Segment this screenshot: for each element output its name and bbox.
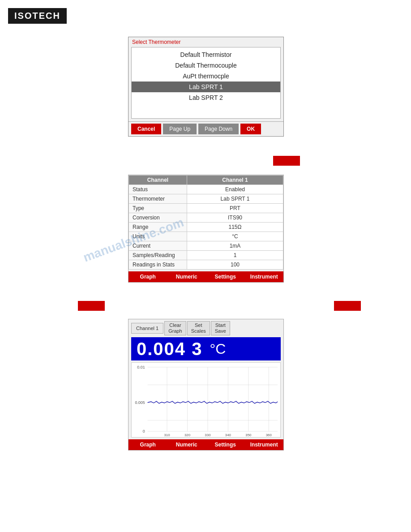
svg-text:360: 360 [266, 433, 272, 437]
table-row: Samples/Reading 1 [129, 251, 283, 260]
graph-toolbar: Channel 1 Clear Graph Set Scales Start S… [128, 319, 283, 337]
table-row: Type PRT [129, 204, 283, 213]
list-item[interactable]: Lab SPRT 2 [132, 92, 280, 103]
list-item[interactable]: Default Thermocouple [132, 60, 280, 71]
panel2-tab-bar: Graph Numeric Settings Instrument [128, 270, 283, 282]
svg-text:330: 330 [205, 433, 211, 437]
select-thermometer-dialog: Select Thermometer Default Thermistor De… [128, 37, 284, 137]
graph-panel: Channel 1 Clear Graph Set Scales Start S… [128, 319, 284, 450]
start-save-button[interactable]: Start Save [211, 321, 230, 335]
svg-text:340: 340 [225, 433, 231, 437]
reading-unit: °C [210, 341, 226, 357]
table-row: Conversion ITS90 [129, 213, 283, 223]
row-value: 1 [187, 251, 283, 260]
page-down-button[interactable]: Page Down [198, 124, 239, 134]
indicator-box-3 [334, 301, 361, 311]
row-label: Conversion [129, 213, 187, 223]
logo-text: ISOTECH [14, 11, 60, 21]
cancel-button[interactable]: Cancel [131, 124, 161, 134]
clear-graph-button[interactable]: Clear Graph [164, 321, 186, 335]
table-row: Channel Channel 1 [129, 176, 283, 185]
tab-graph[interactable]: Graph [128, 271, 167, 282]
graph-svg: 0.01 0.005 0 310 320 330 340 350 360 [132, 363, 280, 437]
graph-area: 0.01 0.005 0 310 320 330 340 350 360 [131, 362, 281, 438]
tab-numeric[interactable]: Numeric [167, 271, 206, 282]
row-label: Range [129, 223, 187, 232]
svg-text:0.005: 0.005 [135, 400, 145, 405]
list-item-selected[interactable]: Lab SPRT 1 [132, 82, 280, 92]
tab-settings-p3[interactable]: Settings [206, 439, 245, 450]
ok-button[interactable]: OK [240, 124, 261, 134]
row-value: Enabled [187, 185, 283, 194]
dialog-buttons: Cancel Page Up Page Down OK [128, 121, 283, 136]
row-value: 1mA [187, 241, 283, 251]
row-value: °C [187, 232, 283, 241]
page-up-button[interactable]: Page Up [163, 124, 197, 134]
channel1-button[interactable]: Channel 1 [131, 323, 163, 334]
svg-text:350: 350 [245, 433, 252, 437]
svg-text:320: 320 [184, 433, 191, 437]
svg-text:0.01: 0.01 [137, 365, 145, 369]
table-row: Units °C [129, 232, 283, 241]
table-row: Readings in Stats 100 [129, 260, 283, 270]
tab-numeric-p3[interactable]: Numeric [167, 439, 206, 450]
tab-instrument[interactable]: Instrument [245, 271, 284, 282]
dialog-title: Select Thermometer [128, 37, 283, 46]
row-label: Status [129, 185, 187, 194]
svg-text:0: 0 [143, 429, 145, 433]
row-label: Readings in Stats [129, 260, 187, 270]
row-label: Samples/Reading [129, 251, 187, 260]
panel3-tab-bar: Graph Numeric Settings Instrument [128, 438, 283, 450]
row-value: 115Ω [187, 223, 283, 232]
table-cell: Channel [129, 176, 187, 185]
table-cell: Channel 1 [187, 176, 283, 185]
tab-settings[interactable]: Settings [206, 271, 245, 282]
table-row: Current 1mA [129, 241, 283, 251]
table-row: Range 115Ω [129, 223, 283, 232]
reading-value: 0.004 3 [137, 339, 202, 359]
graph-reading: 0.004 3 °C [131, 337, 281, 360]
row-label: Thermometer [129, 194, 187, 204]
row-value: 100 [187, 260, 283, 270]
channel-settings-panel: Channel Channel 1 Status Enabled Thermom… [128, 175, 284, 283]
thermometer-list: Default Thermistor Default Thermocouple … [131, 47, 281, 119]
row-value: PRT [187, 204, 283, 213]
indicator-box-1 [273, 156, 300, 166]
table-row: Status Enabled [129, 185, 283, 194]
row-value: Lab SPRT 1 [187, 194, 283, 204]
tab-graph-p3[interactable]: Graph [128, 439, 167, 450]
row-label: Units [129, 232, 187, 241]
table-row: Thermometer Lab SPRT 1 [129, 194, 283, 204]
row-value: ITS90 [187, 213, 283, 223]
settings-table: Channel Channel 1 Status Enabled Thermom… [128, 175, 283, 270]
logo-box: ISOTECH [8, 8, 67, 24]
list-item[interactable]: Default Thermistor [132, 49, 280, 60]
set-scales-button[interactable]: Set Scales [187, 321, 210, 335]
tab-instrument-p3[interactable]: Instrument [245, 439, 284, 450]
row-label: Type [129, 204, 187, 213]
logo-area: ISOTECH [8, 8, 67, 24]
svg-text:310: 310 [164, 433, 170, 437]
row-label: Current [129, 241, 187, 251]
list-item[interactable]: AuPt thermocple [132, 71, 280, 82]
indicator-box-2 [78, 301, 105, 311]
